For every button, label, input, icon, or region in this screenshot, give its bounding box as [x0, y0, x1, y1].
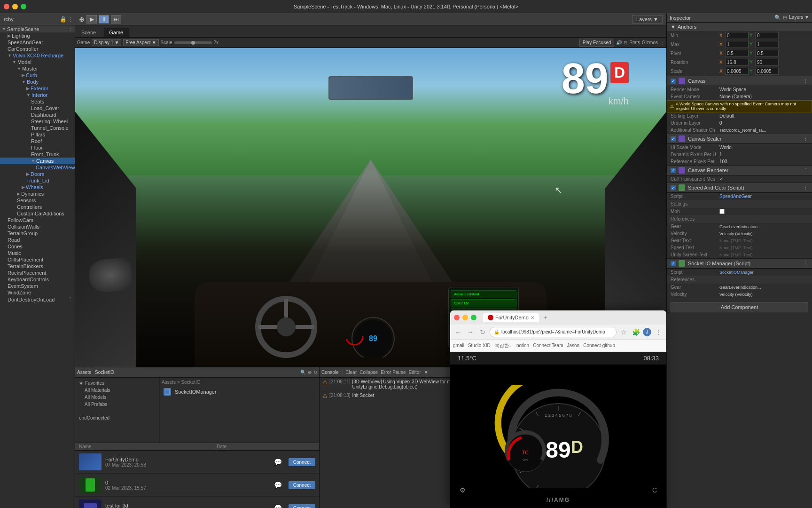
display-dropdown[interactable]: Display 1 ▼	[92, 39, 121, 46]
profile-button[interactable]: J	[643, 328, 651, 336]
filter-item[interactable]: ondConnected	[77, 414, 157, 421]
connection-item-forunity[interactable]: ForUnityDemo 07 Mar 2023, 20:58 💬 Connec…	[75, 451, 319, 474]
editor-btn[interactable]: Editor	[409, 370, 421, 375]
hierarchy-item-pillars[interactable]: Pillars	[0, 131, 75, 138]
back-button[interactable]: ←	[453, 327, 463, 337]
anchor-min-y[interactable]	[755, 32, 779, 39]
error-pause-btn[interactable]: Error Pause	[381, 370, 406, 375]
hierarchy-item-dynamics[interactable]: ▶ Dynamics	[0, 190, 75, 197]
connect-btn-1[interactable]: Connect	[289, 458, 315, 466]
scale-x[interactable]	[725, 68, 749, 75]
all-prefabs-item[interactable]: All Prefabs	[77, 401, 157, 408]
hierarchy-item-terrain[interactable]: TerrainGroup	[0, 230, 75, 237]
scaler-checkbox[interactable]: ✓	[671, 136, 676, 142]
hierarchy-item-controllers[interactable]: Controllers	[0, 204, 75, 210]
browser-close[interactable]	[454, 315, 460, 320]
hierarchy-item-dashboard[interactable]: Dashboard	[0, 111, 75, 118]
hierarchy-item-music[interactable]: Music	[0, 250, 75, 256]
collapse-btn[interactable]: Collapse	[359, 370, 378, 375]
hierarchy-item-canvaswebview[interactable]: CanvasWebView	[0, 164, 75, 171]
scale-slider[interactable]	[174, 41, 212, 44]
bookmark-studioxide[interactable]: Studio XID - 복잡한...	[468, 342, 513, 349]
hierarchy-item-floor[interactable]: Floor	[0, 144, 75, 151]
browser-minimize[interactable]	[462, 315, 468, 320]
pivot-y[interactable]	[755, 50, 779, 57]
aspect-dropdown[interactable]: Free Aspect ▼	[123, 39, 158, 46]
dropdown-label[interactable]: Layers ▼	[789, 15, 809, 21]
canvas-component-header[interactable]: ✓ Canvas ⋮	[667, 76, 812, 86]
search-icon[interactable]: 🔍	[300, 370, 306, 375]
canvas-renderer-header[interactable]: ✓ Canvas Renderer ⋮	[667, 166, 812, 175]
dropdown-icon[interactable]: ▼	[424, 370, 429, 375]
more-icon[interactable]: ⋮	[68, 16, 73, 23]
hierarchy-item-collisionwalls[interactable]: CollisionWalls	[0, 223, 75, 230]
canvas-menu-icon[interactable]: ⋮	[803, 78, 808, 84]
bookmark-gmail[interactable]: gmail	[453, 343, 464, 348]
mph-checkbox[interactable]	[719, 209, 725, 214]
sg-menu-icon[interactable]: ⋮	[803, 185, 808, 191]
anchor-max-x[interactable]	[725, 41, 749, 48]
clear-btn[interactable]: Clear	[345, 370, 357, 375]
layers-dropdown[interactable]: Layers ▼	[632, 15, 663, 24]
sio-menu-icon[interactable]: ⋮	[803, 261, 808, 267]
connection-item-test3d[interactable]: test for 3d 02 Mar 2023, 15:56 💬 Connect	[75, 497, 319, 508]
window-controls-icon[interactable]: ⋮	[657, 315, 663, 321]
tab-close-icon[interactable]: ✕	[531, 315, 534, 320]
renderer-checkbox[interactable]: ✓	[671, 168, 676, 173]
play-button[interactable]: ▶	[86, 15, 97, 24]
tab-game[interactable]: Game	[103, 28, 129, 37]
hierarchy-item-master[interactable]: ▼ Master	[0, 65, 75, 72]
maximize-icon[interactable]: ⊡	[624, 40, 627, 45]
hierarchy-item-cones[interactable]: Cones	[0, 243, 75, 250]
audio-icon[interactable]: 🔊	[616, 40, 622, 45]
hierarchy-item-followcam[interactable]: FollowCam	[0, 217, 75, 223]
sio-checkbox[interactable]: ✓	[671, 261, 676, 266]
connection-item-0[interactable]: 0 02 Mar 2023, 15:57 💬 Connect	[75, 474, 319, 497]
add-component-button[interactable]: Add Component	[671, 302, 808, 312]
gizmos-label[interactable]: Gizmos	[642, 40, 658, 45]
hierarchy-item-speedgear[interactable]: SpeedAndGear	[0, 39, 75, 46]
anchor-max-y[interactable]	[755, 41, 779, 48]
step-button[interactable]: ⏭	[111, 15, 121, 24]
rotation-y[interactable]	[755, 59, 779, 66]
bookmark-notion[interactable]: notion	[516, 343, 529, 348]
tab-scene[interactable]: Scene	[75, 28, 102, 37]
pause-button[interactable]: ⏸	[99, 15, 109, 24]
scaler-menu-icon[interactable]: ⋮	[803, 136, 808, 142]
hierarchy-item-trunk[interactable]: Trunk_Lid	[0, 177, 75, 184]
new-tab-button[interactable]: +	[544, 314, 547, 321]
lock-icon[interactable]: 🔒	[60, 16, 67, 23]
hierarchy-item-seats[interactable]: Seats	[0, 98, 75, 105]
hierarchy-item-carcontroller[interactable]: CarController	[0, 46, 75, 52]
menu-button[interactable]: ⋮	[653, 327, 664, 337]
hierarchy-item-doors[interactable]: ▶ Doors	[0, 171, 75, 177]
layers-icon[interactable]: ⊞	[783, 15, 787, 21]
extensions-button[interactable]: 🧩	[631, 327, 641, 337]
forward-button[interactable]: →	[465, 327, 476, 337]
favorites-item[interactable]: ★ Favorites	[77, 380, 157, 387]
hierarchy-item-terrainblockers[interactable]: TerrainBlockers	[0, 263, 75, 270]
anchor-min-x[interactable]	[725, 32, 749, 39]
bookmark-button[interactable]: ☆	[618, 327, 629, 337]
bookmark-jason[interactable]: Jason	[567, 343, 579, 348]
hierarchy-item-interior[interactable]: ▼ Interior	[0, 92, 75, 98]
browser-maximize[interactable]	[471, 315, 476, 320]
refresh-icon[interactable]: ↻	[313, 370, 317, 375]
bookmark-github[interactable]: Connect-github	[583, 343, 615, 348]
renderer-menu-icon[interactable]: ⋮	[803, 167, 808, 174]
hierarchy-item-lighting[interactable]: ▶ Lighting	[0, 32, 75, 39]
hierarchy-item-exterior[interactable]: ▶ Exterior	[0, 85, 75, 92]
canvas-scaler-header[interactable]: ✓ Canvas Scaler ⋮	[667, 134, 812, 144]
all-models-item[interactable]: All Models	[77, 394, 157, 401]
search-icon[interactable]: 🔍	[774, 15, 781, 21]
hierarchy-item-keyboard[interactable]: KeyboardControls	[0, 276, 75, 283]
hierarchy-scene-root[interactable]: ▼ SampleScene ⋮	[0, 25, 75, 32]
scale-y[interactable]	[755, 68, 779, 75]
hierarchy-item-dontdestroy[interactable]: DontDestroyOnLoad ⋮	[0, 296, 75, 303]
hierarchy-item-steering[interactable]: Steering_Wheel	[0, 118, 75, 125]
hierarchy-item-wheels[interactable]: ▶ Wheels	[0, 184, 75, 190]
hierarchy-item-body[interactable]: ▼ Body	[0, 79, 75, 85]
hierarchy-item-load-cover[interactable]: Load_Cover	[0, 105, 75, 111]
all-materials-item[interactable]: All Materials	[77, 387, 157, 394]
hierarchy-item-roof[interactable]: Roof	[0, 138, 75, 144]
